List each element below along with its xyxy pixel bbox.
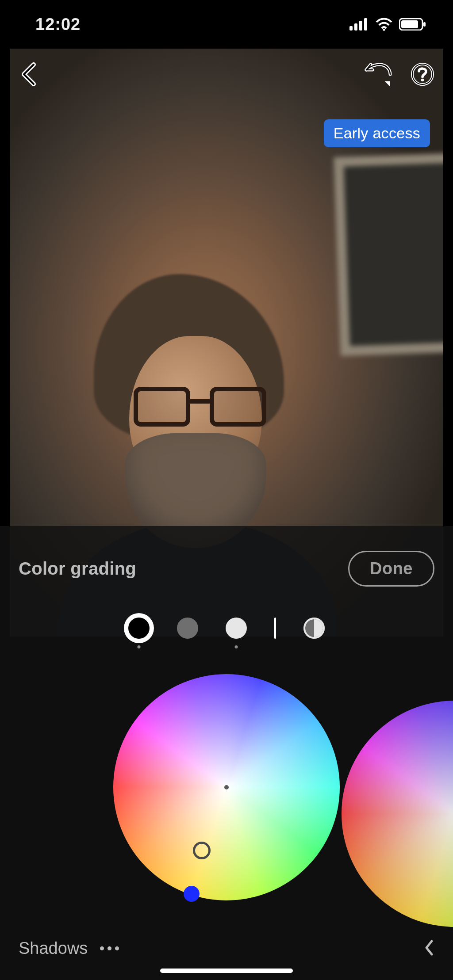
svg-point-4: [383, 28, 385, 31]
svg-rect-6: [401, 20, 418, 28]
early-access-badge: Early access: [324, 119, 430, 147]
color-wheel-area: [0, 674, 453, 922]
back-button[interactable]: [19, 62, 39, 87]
current-range-label: Shadows: [19, 939, 88, 958]
range-highlights[interactable]: [226, 618, 247, 639]
color-wheel[interactable]: [113, 674, 340, 900]
cellular-icon: [349, 18, 369, 31]
undo-button[interactable]: [364, 62, 393, 87]
status-indicators: [349, 18, 426, 31]
wifi-icon: [375, 18, 393, 31]
range-divider: [274, 618, 276, 639]
range-midtones[interactable]: [177, 618, 198, 639]
range-shadows[interactable]: [128, 618, 150, 639]
panel-title: Color grading: [19, 559, 136, 579]
help-button[interactable]: [411, 62, 434, 86]
home-indicator[interactable]: [160, 969, 293, 973]
panel-footer: Shadows: [0, 939, 453, 958]
photo-frame-prop: [334, 153, 443, 356]
svg-rect-3: [364, 18, 367, 31]
svg-rect-0: [349, 26, 353, 31]
panel-header: Color grading Done: [0, 526, 453, 587]
more-options-button[interactable]: [100, 946, 119, 950]
wheel-center-icon: [224, 785, 229, 789]
status-bar: 12:02: [0, 0, 453, 49]
hue-indicator[interactable]: [184, 886, 200, 902]
status-time: 12:02: [35, 15, 81, 34]
collapse-button[interactable]: [424, 939, 434, 958]
svg-rect-2: [359, 21, 362, 31]
svg-rect-7: [423, 22, 426, 27]
color-picker-handle[interactable]: [193, 842, 211, 859]
battery-icon: [399, 18, 426, 31]
range-global[interactable]: [303, 618, 325, 639]
svg-rect-1: [354, 23, 357, 31]
next-color-wheel-peek[interactable]: [342, 701, 453, 927]
done-button[interactable]: Done: [348, 551, 434, 587]
tonal-range-selectors: [0, 618, 453, 639]
svg-point-10: [421, 79, 424, 81]
color-grading-panel: Color grading Done Shadows: [0, 526, 453, 980]
